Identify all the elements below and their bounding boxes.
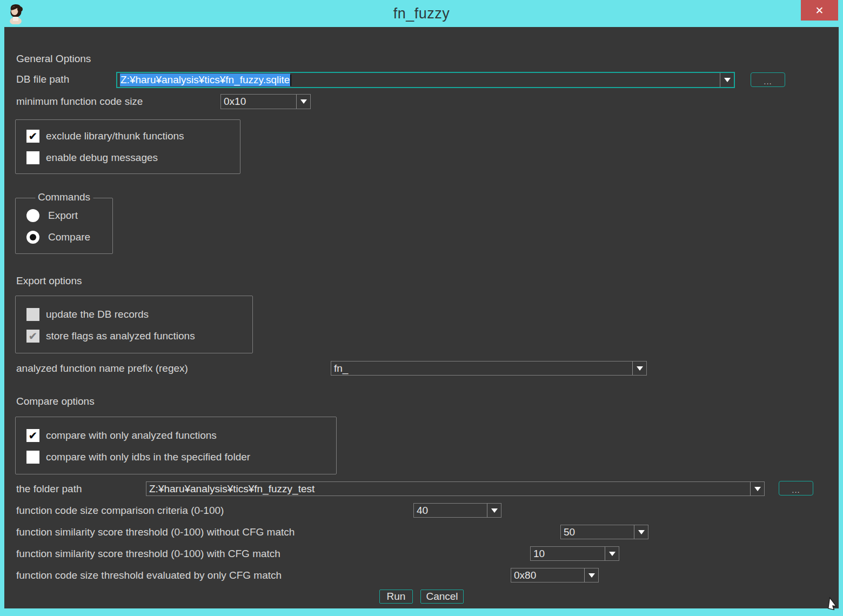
checkbox-checked[interactable]: ✔ <box>26 130 39 143</box>
db-file-path-label: DB file path <box>16 73 69 86</box>
close-icon: ✕ <box>815 5 824 16</box>
db-path-browse-button[interactable]: ... <box>751 72 785 87</box>
checkbox-row[interactable]: ✔ exclude library/thunk functions <box>26 130 240 143</box>
general-checkbox-group: ✔ exclude library/thunk functions enable… <box>15 119 240 174</box>
prefix-combobox[interactable]: fn_ <box>331 361 647 376</box>
folder-path-combobox[interactable]: Z:¥haru¥analysis¥tics¥fn_fuzzy_test <box>146 481 765 496</box>
checkbox-label: update the DB records <box>46 309 149 320</box>
radio-row[interactable]: Compare <box>26 231 112 244</box>
run-button[interactable]: Run <box>379 590 413 604</box>
chevron-down-icon[interactable] <box>632 361 646 375</box>
folder-path-browse-button[interactable]: ... <box>779 481 813 496</box>
radio-label: Export <box>48 210 78 222</box>
radio-row[interactable]: Export <box>26 209 112 222</box>
export-checkbox-group: update the DB records ✔ store flags as a… <box>15 296 253 353</box>
general-options-heading: General Options <box>16 52 91 65</box>
chevron-down-icon[interactable] <box>750 482 764 496</box>
chevron-down-icon[interactable] <box>605 547 619 560</box>
fn-fuzzy-window: fn_fuzzy ✕ General Options DB file path … <box>0 0 843 616</box>
checkbox-row[interactable]: ✔ store flags as analyzed functions <box>26 330 252 343</box>
threshold-with-cfg-dropdown[interactable]: 10 <box>530 546 619 561</box>
checkbox-row[interactable]: update the DB records <box>26 308 252 321</box>
close-button[interactable]: ✕ <box>801 0 838 21</box>
threshold-without-cfg-label: function similarity score threshold (0-1… <box>16 526 295 539</box>
compare-options-heading: Compare options <box>16 395 95 408</box>
folder-path-label: the folder path <box>16 483 82 496</box>
checkbox-unchecked[interactable] <box>26 151 39 164</box>
commands-legend: Commands <box>35 191 93 203</box>
checkbox-checked-disabled[interactable]: ✔ <box>26 330 39 343</box>
check-icon: ✔ <box>29 330 38 343</box>
checkbox-row[interactable]: enable debug messages <box>26 151 240 164</box>
mouse-cursor-icon <box>828 596 840 612</box>
checkbox-label: compare with only analyzed functions <box>46 430 217 441</box>
export-options-heading: Export options <box>16 274 82 287</box>
size-threshold-cfg-label: function code size threshold evaluated b… <box>16 569 282 582</box>
checkbox-unchecked[interactable] <box>26 451 39 464</box>
radio-compare-selected[interactable] <box>26 231 39 244</box>
chevron-down-icon[interactable] <box>296 95 310 109</box>
checkbox-label: exclude library/thunk functions <box>46 130 184 142</box>
threshold-without-cfg-dropdown[interactable]: 50 <box>560 525 648 539</box>
chevron-down-icon[interactable] <box>487 504 501 517</box>
cancel-button[interactable]: Cancel <box>420 590 464 604</box>
compare-checkbox-group: ✔ compare with only analyzed functions c… <box>15 417 337 474</box>
checkbox-label: compare with only idbs in the specified … <box>46 451 250 463</box>
size-threshold-cfg-dropdown[interactable]: 0x80 <box>511 568 599 582</box>
checkbox-row[interactable]: ✔ compare with only analyzed functions <box>26 429 336 442</box>
app-icon <box>8 3 24 24</box>
criteria-label: function code size comparison criteria (… <box>16 504 224 517</box>
min-code-size-label: minimum function code size <box>16 95 143 108</box>
prefix-label: analyzed function name prefix (regex) <box>16 362 188 375</box>
titlebar[interactable]: fn_fuzzy ✕ <box>0 0 843 27</box>
chevron-down-icon[interactable] <box>584 568 598 582</box>
checkbox-row[interactable]: compare with only idbs in the specified … <box>26 451 336 464</box>
min-code-size-dropdown[interactable]: 0x10 <box>220 94 311 109</box>
threshold-with-cfg-label: function similarity score threshold (0-1… <box>16 547 280 560</box>
check-icon: ✔ <box>29 130 38 143</box>
checkbox-unchecked-disabled[interactable] <box>26 308 39 321</box>
checkbox-checked[interactable]: ✔ <box>26 429 39 442</box>
radio-label: Compare <box>48 231 90 243</box>
chevron-down-icon[interactable] <box>634 525 648 539</box>
db-file-path-combobox[interactable]: Z:¥haru¥analysis¥tics¥fn_fuzzy.sqlite <box>116 72 735 88</box>
checkbox-label: store flags as analyzed functions <box>46 330 195 342</box>
dialog-body: General Options DB file path Z:¥haru¥ana… <box>4 27 839 608</box>
commands-groupbox: Commands Export Compare <box>15 198 113 254</box>
db-file-path-value[interactable]: Z:¥haru¥analysis¥tics¥fn_fuzzy.sqlite <box>117 73 720 87</box>
radio-export[interactable] <box>26 209 39 222</box>
window-title: fn_fuzzy <box>393 5 450 22</box>
check-icon: ✔ <box>29 429 38 442</box>
text-caret <box>290 75 291 86</box>
checkbox-label: enable debug messages <box>46 152 158 164</box>
chevron-down-icon[interactable] <box>720 73 734 87</box>
criteria-dropdown[interactable]: 40 <box>413 503 501 518</box>
